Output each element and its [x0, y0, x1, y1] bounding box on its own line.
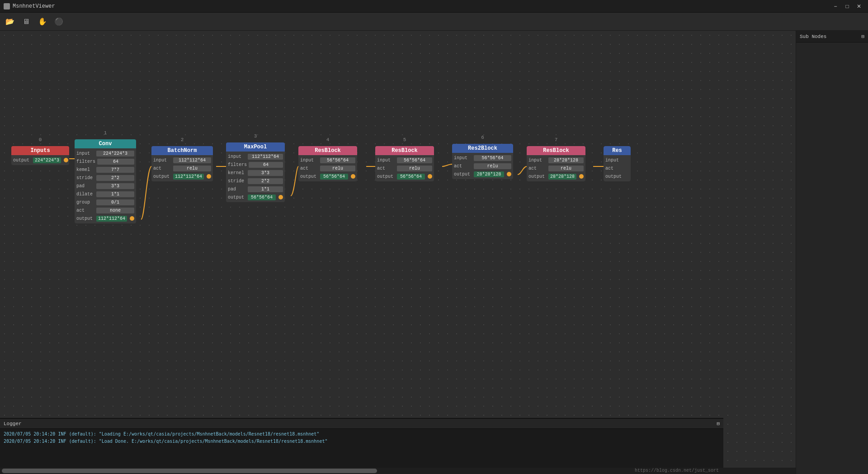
logger-title: Logger	[4, 421, 22, 427]
node-5-body: input 56*56*64 act relu output 56*56*64	[375, 155, 434, 181]
node-7[interactable]: 7 ResBlock input 28*28*128 act relu outp…	[527, 146, 585, 181]
node-1-label-filters: filters	[76, 159, 95, 164]
power-button[interactable]: ⚫	[52, 15, 65, 28]
node-5-value-input: 56*56*64	[397, 157, 432, 163]
titlebar-controls: − □ ✕	[830, 2, 864, 11]
node-4-output-dot	[351, 174, 355, 179]
node-1-label-group: group	[76, 200, 94, 205]
node-6-header: Res2Block	[452, 144, 513, 153]
node-6-row-output: output 28*28*128	[452, 170, 513, 178]
node-3-label-kernel: kernel	[228, 171, 246, 175]
node-7-row-output: output 28*28*128	[527, 172, 585, 180]
sub-nodes-title: Sub Nodes	[800, 34, 826, 39]
node-1-index: 1	[104, 130, 107, 136]
node-7-label-output: output	[528, 174, 547, 179]
node-0-index: 0	[39, 137, 42, 142]
node-3-header: MaxPool	[226, 142, 285, 152]
node-5-row-act: act relu	[375, 164, 434, 172]
titlebar-left: MsnhnetViewer	[4, 3, 55, 9]
node-4-row-input: input 56*56*64	[298, 156, 357, 164]
node-1-value-group: 0/1	[96, 199, 134, 205]
node-7-header: ResBlock	[527, 146, 585, 155]
close-button[interactable]: ✕	[854, 2, 864, 11]
node-0-label-output: output	[13, 158, 31, 163]
node-8-row-act: act	[604, 164, 631, 172]
node-4-body: input 56*56*64 act relu output 56*56*64	[298, 155, 357, 181]
node-6-output-dot	[507, 172, 511, 176]
maximize-button[interactable]: □	[842, 2, 853, 11]
hand-button[interactable]: ✋	[36, 15, 49, 28]
node-3-value-kernel: 3*3	[248, 170, 283, 176]
node-3-row-filters: filters 64	[226, 161, 285, 169]
node-4[interactable]: 4 ResBlock input 56*56*64 act relu outpu…	[298, 146, 357, 181]
node-1-row-act: act none	[75, 206, 136, 214]
logger-content: 2020/07/05 20:14:20 INF (default): "Load…	[0, 429, 723, 447]
node-2-label-input: input	[153, 158, 171, 163]
node-7-value-input: 28*28*128	[548, 157, 584, 163]
node-4-header: ResBlock	[298, 146, 357, 155]
node-5[interactable]: 5 ResBlock input 56*56*64 act relu outpu…	[375, 146, 434, 181]
node-1-label-kemel: kemel	[76, 167, 94, 172]
app-icon	[4, 3, 10, 9]
node-6-row-act: act relu	[452, 162, 513, 170]
node-6-body: input 56*56*64 act relu output 28*28*128	[452, 153, 513, 179]
node-7-row-input: input 28*28*128	[527, 156, 585, 164]
node-5-row-input: input 56*56*64	[375, 156, 434, 164]
node-2-value-act: relu	[173, 166, 211, 171]
node-0-output-dot	[64, 158, 68, 162]
node-2-index: 2	[181, 137, 184, 142]
node-1-body: input 224*224*3 filters 64 kemel 7*7 str…	[75, 148, 136, 223]
node-1[interactable]: 1 Conv input 224*224*3 filters 64 kemel …	[75, 139, 136, 223]
node-7-label-act: act	[528, 166, 547, 171]
node-2-label-act: act	[153, 166, 171, 171]
node-1-value-filters: 64	[97, 159, 134, 165]
node-8-row-output: output	[604, 172, 631, 180]
canvas-scrollbar[interactable]	[2, 469, 377, 473]
open-folder-button[interactable]: 📂	[4, 15, 16, 28]
connections-svg	[0, 31, 796, 474]
node-0-body: output 224*224*3	[11, 155, 69, 165]
node-1-row-stride: stride 2*2	[75, 174, 136, 182]
node-3-value-input: 112*112*64	[248, 154, 283, 160]
node-2[interactable]: 2 BatchNorm input 112*112*64 act relu ou…	[151, 146, 213, 181]
node-4-label-output: output	[300, 174, 318, 179]
node-3-value-pad: 1*1	[248, 186, 283, 192]
canvas-area[interactable]: 0 Inputs output 224*224*3 1 Conv	[0, 31, 796, 474]
node-4-label-input: input	[300, 158, 318, 163]
node-1-label-pad: pad	[76, 184, 94, 189]
node-8-label-act: act	[605, 166, 623, 171]
node-6-label-output: output	[454, 172, 472, 177]
node-2-row-input: input 112*112*64	[151, 156, 213, 164]
node-8[interactable]: 8 Res input act output	[604, 146, 631, 181]
open-net-button[interactable]: 🖥	[20, 15, 33, 28]
node-5-label-act: act	[377, 166, 395, 171]
node-3[interactable]: 3 MaxPool input 112*112*64 filters 64 ke…	[226, 142, 285, 202]
node-3-value-stride: 2*2	[248, 178, 283, 184]
node-6[interactable]: 6 Res2Block input 56*56*64 act relu outp…	[452, 144, 513, 179]
node-4-row-act: act relu	[298, 164, 357, 172]
node-1-label-input: input	[76, 151, 94, 156]
node-1-label-output: output	[76, 216, 94, 221]
node-8-label-output: output	[605, 174, 623, 179]
node-6-value-input: 56*56*64	[474, 155, 511, 161]
log-line-1: 2020/07/05 20:14:20 INF (default): "Load…	[4, 438, 720, 445]
node-3-row-pad: pad 1*1	[226, 185, 285, 193]
node-2-row-output: output 112*112*64	[151, 172, 213, 180]
logger-header: Logger ⊟	[0, 419, 723, 429]
node-7-label-input: input	[528, 158, 547, 163]
node-5-index: 5	[403, 137, 406, 142]
node-2-output-dot	[207, 174, 211, 179]
node-3-row-output: output 56*56*64	[226, 193, 285, 201]
node-5-header: ResBlock	[375, 146, 434, 155]
node-0[interactable]: 0 Inputs output 224*224*3	[11, 146, 69, 165]
node-0-value-output: 224*224*3	[33, 157, 61, 163]
node-3-label-output: output	[228, 195, 246, 200]
node-1-header: Conv	[75, 139, 136, 148]
node-4-value-act: relu	[320, 166, 355, 171]
node-3-index: 3	[254, 133, 257, 139]
node-3-label-pad: pad	[228, 187, 246, 192]
node-1-output-dot	[130, 216, 134, 221]
node-7-row-act: act relu	[527, 164, 585, 172]
node-3-row-stride: stride 2*2	[226, 177, 285, 185]
minimize-button[interactable]: −	[830, 2, 841, 11]
